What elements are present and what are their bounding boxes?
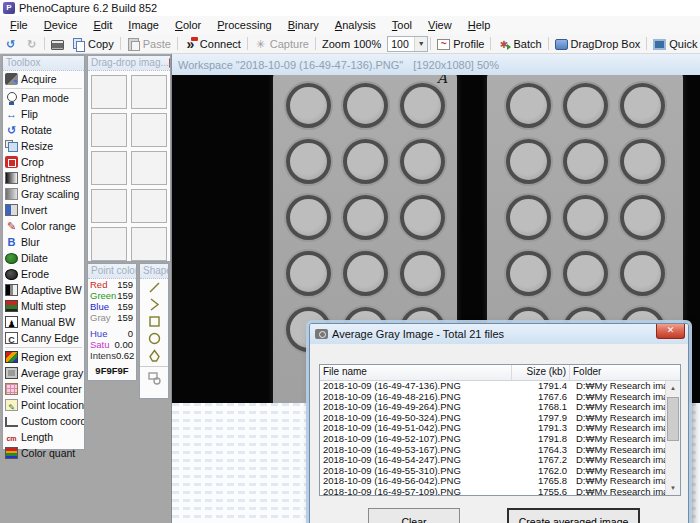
toolbar-separator: [646, 37, 647, 50]
well: [343, 195, 388, 240]
thumbnail-slot[interactable]: [131, 75, 167, 109]
thumbnail-slot[interactable]: [131, 113, 167, 147]
toolbox-item-rotate[interactable]: Rotate: [3, 122, 84, 138]
toolbox-item-multi-step[interactable]: Multi step: [3, 298, 84, 314]
point-color-value: 159: [117, 279, 133, 290]
menu-file[interactable]: File: [2, 18, 36, 32]
scroll-up-icon[interactable]: ▲: [666, 381, 680, 395]
well: [506, 139, 551, 184]
chevron-down-icon[interactable]: ▼: [414, 37, 427, 51]
table-row[interactable]: 2018-10-09 (16-49-52-107).PNG1791.8D:₩My…: [320, 434, 665, 445]
file-name-cell: 2018-10-09 (16-49-53-167).PNG: [320, 445, 512, 456]
polyline-shape-icon[interactable]: [140, 296, 168, 313]
close-icon[interactable]: x: [169, 58, 170, 68]
quick-animation-button[interactable]: Quick animation: [649, 35, 700, 53]
profile-button[interactable]: Profile: [433, 35, 488, 53]
adaptivebw-icon: [5, 284, 18, 296]
connect-button[interactable]: Connect: [180, 35, 245, 53]
column-header-file-name[interactable]: File name: [320, 365, 512, 380]
create-averaged-image-button[interactable]: Create averaged image: [507, 508, 640, 523]
scrollbar[interactable]: ▲ ▼: [665, 381, 680, 495]
table-row[interactable]: 2018-10-09 (16-49-49-264).PNG1768.1D:₩My…: [320, 402, 665, 413]
table-row[interactable]: 2018-10-09 (16-49-51-042).PNG1791.3D:₩My…: [320, 423, 665, 434]
table-row[interactable]: 2018-10-09 (16-49-54-247).PNG1767.2D:₩My…: [320, 455, 665, 466]
print-button[interactable]: [47, 35, 68, 53]
table-row[interactable]: 2018-10-09 (16-49-48-216).PNG1767.6D:₩My…: [320, 392, 665, 403]
thumbnail-slot[interactable]: [91, 227, 127, 261]
thumbnail-slot[interactable]: [131, 227, 167, 261]
toolbox-item-adaptive-bw[interactable]: Adaptive BW: [3, 282, 84, 298]
file-name-cell: 2018-10-09 (16-49-56-042).PNG: [320, 476, 512, 487]
thumbnail-slot[interactable]: [91, 151, 127, 185]
toolbox-item-region-ext[interactable]: Region ext: [3, 349, 84, 365]
toolbox-item-crop[interactable]: Crop: [3, 154, 84, 170]
thumbnail-slot[interactable]: [131, 151, 167, 185]
menu-device[interactable]: Device: [36, 18, 86, 32]
toolbox-item-gray-scaling[interactable]: Gray scaling: [3, 186, 84, 202]
toolbox-item-resize[interactable]: Resize: [3, 138, 84, 154]
toolbox-item-canny-edge[interactable]: Canny Edge: [3, 330, 84, 346]
toolbox-item-length[interactable]: Length: [3, 429, 84, 445]
paste-button[interactable]: Paste: [123, 35, 175, 53]
toolbox-item-pixel-counter[interactable]: Pixel counter: [3, 381, 84, 397]
column-header-folder[interactable]: Folder: [570, 365, 680, 380]
scrollbar-thumb[interactable]: [667, 397, 679, 441]
column-header-size-kb-[interactable]: Size (kb): [512, 365, 570, 380]
table-row[interactable]: 2018-10-09 (16-49-47-136).PNG1791.4D:₩My…: [320, 381, 665, 392]
folder-cell: D:₩My Research images₩201...: [570, 381, 665, 392]
zoom-combo-value[interactable]: 100: [388, 38, 414, 50]
line-shape-icon[interactable]: [140, 279, 168, 296]
zoom-combo[interactable]: 100 ▼: [387, 36, 428, 52]
thumbnail-slot[interactable]: [91, 75, 127, 109]
menu-color[interactable]: Color: [167, 18, 209, 32]
menu-image[interactable]: Image: [120, 18, 167, 32]
toolbox-item-erode[interactable]: Erode: [3, 266, 84, 282]
dragdrop-box-button[interactable]: DragDrop Box: [551, 35, 645, 53]
polygon-shape-icon[interactable]: [140, 347, 168, 364]
well: [563, 251, 608, 296]
menu-edit[interactable]: Edit: [85, 18, 120, 32]
thumbnail-slot[interactable]: [131, 189, 167, 223]
menu-processing[interactable]: Processing: [209, 18, 279, 32]
toolbox-item-flip[interactable]: Flip: [3, 106, 84, 122]
close-button[interactable]: ✕: [656, 324, 685, 339]
multi-select-shape-icon[interactable]: [140, 366, 168, 386]
table-row[interactable]: 2018-10-09 (16-49-55-310).PNG1762.0D:₩My…: [320, 466, 665, 477]
table-row[interactable]: 2018-10-09 (16-49-57-109).PNG1755.6D:₩My…: [320, 487, 665, 495]
toolbox-item-color-quant[interactable]: Color quant: [3, 445, 84, 461]
menu-help[interactable]: Help: [460, 18, 499, 32]
menu-analysis[interactable]: Analysis: [327, 18, 384, 32]
clear-button[interactable]: Clear: [368, 508, 460, 523]
folder-cell: D:₩My Research images₩201...: [570, 413, 665, 424]
toolbox-item-pan-mode[interactable]: Pan mode: [3, 90, 84, 106]
table-row[interactable]: 2018-10-09 (16-49-53-167).PNG1764.3D:₩My…: [320, 445, 665, 456]
toolbox-item-label: Invert: [21, 204, 47, 216]
point-color-label: Green: [90, 290, 116, 301]
thumbnail-slot[interactable]: [91, 113, 127, 147]
thumbnail-slot[interactable]: [91, 189, 127, 223]
toolbox-item-point-location[interactable]: Point location: [3, 397, 84, 413]
batch-button[interactable]: Batch: [493, 35, 545, 53]
toolbox-item-average-gray[interactable]: Average gray: [3, 365, 84, 381]
menu-binary[interactable]: Binary: [280, 18, 327, 32]
table-row[interactable]: 2018-10-09 (16-49-50-324).PNG1797.9D:₩My…: [320, 413, 665, 424]
circle-shape-icon[interactable]: [140, 330, 168, 347]
copy-button[interactable]: Copy: [68, 35, 118, 53]
square-shape-icon[interactable]: [140, 313, 168, 330]
forward-button[interactable]: [21, 35, 42, 53]
scroll-down-icon[interactable]: ▼: [666, 481, 680, 495]
toolbox-item-dilate[interactable]: Dilate: [3, 250, 84, 266]
toolbox-item-blur[interactable]: Blur: [3, 234, 84, 250]
toolbox-item-invert[interactable]: Invert: [3, 202, 84, 218]
toolbox-item-color-range[interactable]: Color range: [3, 218, 84, 234]
toolbox-item-acquire[interactable]: Acquire: [3, 71, 84, 87]
toolbox-item-manual-bw[interactable]: Manual BW: [3, 314, 84, 330]
capture-button[interactable]: Capture: [250, 35, 313, 53]
menu-view[interactable]: View: [420, 18, 460, 32]
toolbox-item-brightness[interactable]: Brightness: [3, 170, 84, 186]
table-row[interactable]: 2018-10-09 (16-49-56-042).PNG1765.8D:₩My…: [320, 476, 665, 487]
toolbox-item-custom-coord[interactable]: Custom coord: [3, 413, 84, 429]
back-button[interactable]: [0, 35, 21, 53]
menu-tool[interactable]: Tool: [384, 18, 420, 32]
resize-icon: [5, 140, 18, 152]
